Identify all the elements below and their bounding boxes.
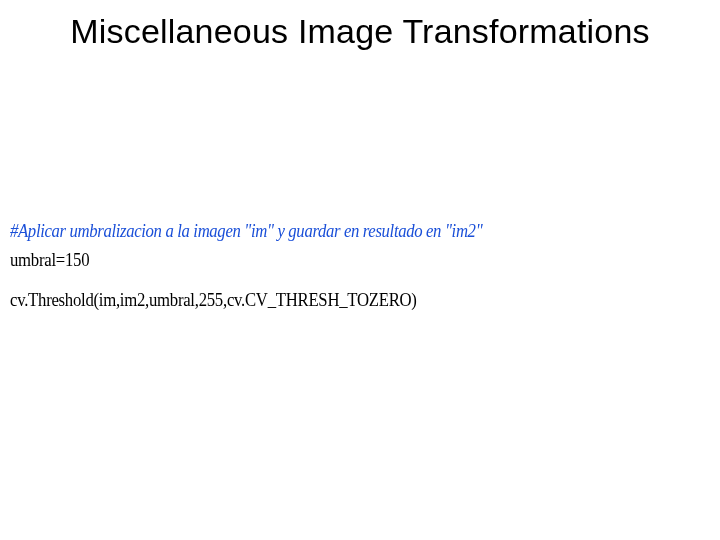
code-function-call: cv.Threshold(im,im2,umbral,255,cv.CV_THR… (10, 285, 626, 314)
slide: Miscellaneous Image Transformations #Apl… (0, 0, 720, 540)
code-snippet: #Aplicar umbralizacion a la imagen "im" … (10, 216, 626, 314)
code-comment: #Aplicar umbralizacion a la imagen "im" … (10, 216, 626, 245)
slide-title: Miscellaneous Image Transformations (0, 12, 720, 51)
code-assignment: umbral=150 (10, 245, 626, 274)
